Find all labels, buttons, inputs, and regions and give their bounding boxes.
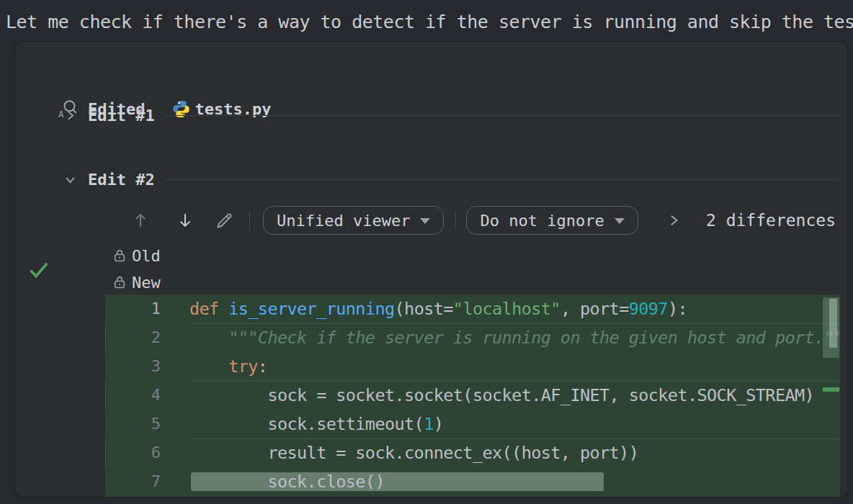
differences-count: 2 differences [706,211,836,230]
edit-1-label: Edit #1 [88,107,155,125]
code-text: sock.settimeout(1) [189,410,840,438]
chat-message: Let me check if there's a way to detect … [6,12,853,32]
code-text: def is_server_running(host="localhost", … [189,294,840,323]
code-line: 2 """Check if the server is running on t… [105,323,840,352]
viewer-mode-dropdown[interactable]: Unified viewer [263,206,444,235]
svg-text:A: A [58,109,64,120]
code-text: sock = socket.socket(socket.AF_INET, soc… [189,381,840,410]
code-line: 6 result = sock.connect_ex((host, port)) [105,438,840,467]
show-differences-chevron-icon[interactable] [663,210,684,231]
line-number: 7 [105,467,189,496]
edit-1-header[interactable]: Edit #1 [64,104,838,127]
old-label: Old [132,247,161,265]
edit-2-header[interactable]: Edit #2 [64,168,838,191]
edited-file-panel: A Edited tests.py Edit #1 [14,41,848,498]
diff-toolbar: Unified viewer Do not ignore 2 differenc… [120,206,836,235]
code-text: sock.close() [189,467,840,496]
new-file-header: New [112,273,161,292]
line-number: 3 [105,352,189,381]
previous-difference-button[interactable] [130,210,151,231]
code-line: 4 sock = socket.socket(socket.AF_INET, s… [105,381,840,410]
line-number: 4 [105,381,189,410]
section-divider [165,179,838,180]
triangle-down-icon [615,218,625,224]
diff-code-editor: 1def is_server_running(host="localhost",… [105,294,840,497]
code-text: result = sock.connect_ex((host, port)) [189,438,840,467]
chevron-right-icon [64,109,76,122]
code-text: """Check if the server is running on the… [189,323,840,352]
line-number: 2 [105,323,189,352]
lock-icon [112,248,127,263]
checkmark-icon [27,258,51,282]
line-number: 1 [105,294,189,323]
new-label: New [132,274,161,292]
code-text: try: [189,352,840,381]
next-difference-button[interactable] [174,210,196,231]
code-line: 1def is_server_running(host="localhost",… [105,294,840,323]
chevron-down-icon [64,174,76,186]
ignore-policy-value: Do not ignore [480,212,604,230]
code-lines: 1def is_server_running(host="localhost",… [105,294,840,496]
code-line: 5 sock.settimeout(1) [105,410,840,438]
line-number: 5 [105,410,189,438]
lock-icon [112,275,127,289]
section-divider [165,115,838,116]
code-line: 3 try: [105,352,840,381]
vertical-scrollbar-thumb[interactable] [823,297,839,358]
pencil-icon[interactable] [213,210,235,231]
vertical-scrollbar-thumb-inner [829,299,837,348]
code-line: 7 sock.close() [105,467,840,496]
line-number: 6 [105,438,189,467]
viewer-mode-value: Unified viewer [277,212,410,230]
edit-2-label: Edit #2 [88,171,155,189]
vertical-scrollbar[interactable] [822,294,840,497]
toolbar-separator [455,211,456,230]
ignore-policy-dropdown[interactable]: Do not ignore [466,206,638,235]
triangle-down-icon [420,218,430,224]
toolbar-separator [249,211,250,230]
scrollbar-diff-marker [823,387,839,392]
old-file-header: Old [112,246,161,265]
